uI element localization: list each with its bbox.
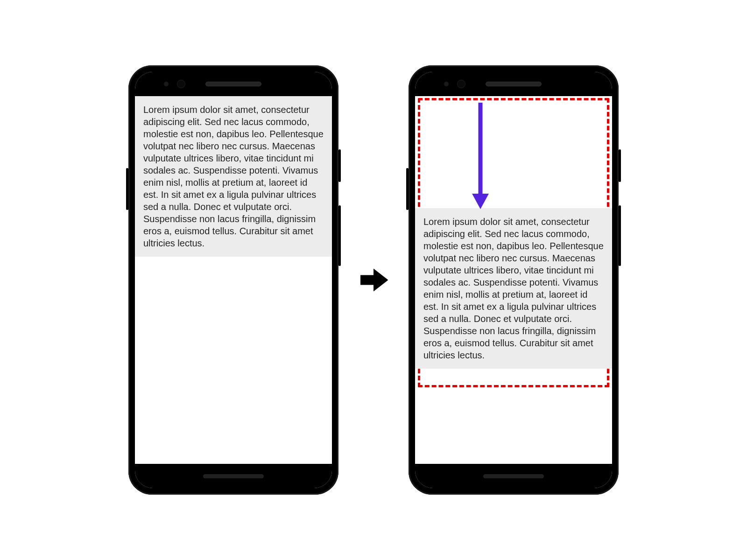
transition-arrow [357,264,390,296]
phone-top-bar [135,72,332,96]
phone-screen: Lorem ipsum dolor sit amet, consectetur … [415,96,612,464]
phone-after: Lorem ipsum dolor sit amet, consectetur … [409,65,619,495]
scroll-direction-indicator [471,103,490,212]
content-text-block: Lorem ipsum dolor sit amet, consectetur … [135,96,332,257]
phone-bottom-bar [135,464,332,488]
diagram-container: Lorem ipsum dolor sit amet, consectetur … [0,0,747,560]
phone-side-button [338,149,341,182]
phone-side-button [619,205,621,266]
phone-inner: Lorem ipsum dolor sit amet, consectetur … [415,72,612,488]
phone-inner: Lorem ipsum dolor sit amet, consectetur … [135,72,332,488]
content-text-block: Lorem ipsum dolor sit amet, consectetur … [415,208,612,369]
bottom-speaker-icon [483,474,544,478]
speaker-grille-icon [205,82,261,86]
sensor-dot-icon [444,82,449,86]
camera-dot-icon [457,80,465,88]
bottom-speaker-icon [203,474,264,478]
phone-side-button [338,205,341,266]
arrow-down-icon [471,103,490,210]
phone-before: Lorem ipsum dolor sit amet, consectetur … [128,65,338,495]
phone-side-button [126,168,128,210]
phone-bottom-bar [415,464,612,488]
arrow-right-icon [357,264,390,296]
sensor-dot-icon [164,82,169,86]
phone-screen: Lorem ipsum dolor sit amet, consectetur … [135,96,332,464]
lorem-text: Lorem ipsum dolor sit amet, consectetur … [423,216,604,361]
speaker-grille-icon [486,82,542,86]
phone-side-button [619,149,621,182]
camera-dot-icon [177,80,185,88]
lorem-text: Lorem ipsum dolor sit amet, consectetur … [143,104,324,249]
phone-side-button [406,168,409,210]
phone-top-bar [415,72,612,96]
